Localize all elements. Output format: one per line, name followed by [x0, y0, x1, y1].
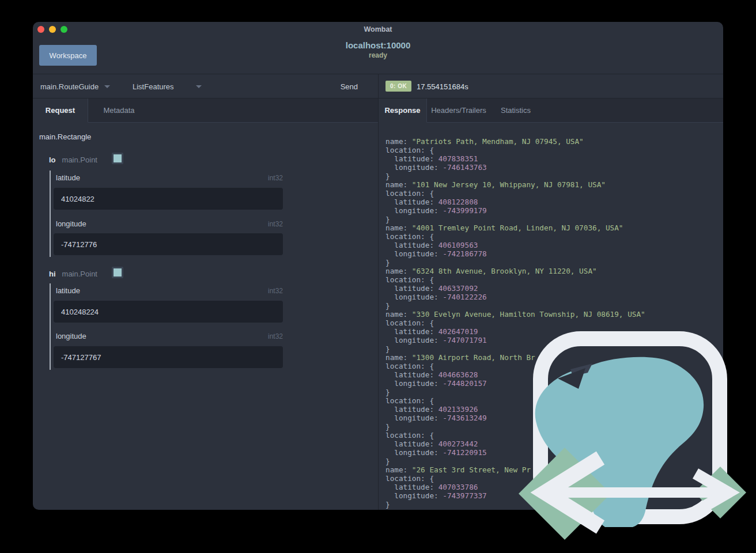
response-line: name: "Patriots Path, Mendham, NJ 07945,…	[385, 137, 645, 146]
response-line: longitude: -746143763	[385, 163, 645, 172]
response-line: name: "26 East 3rd Street, New Pr	[385, 465, 645, 474]
response-line: longitude: -740122226	[385, 293, 645, 301]
service-select[interactable]: main.RouteGuide	[40, 74, 110, 99]
response-line: longitude: -741220915	[385, 448, 645, 457]
response-line: latitude: 402133926	[385, 405, 645, 414]
titlebar: Wombat	[33, 22, 723, 37]
response-line: name: "1300 Airport Road, North Br	[385, 353, 645, 362]
longitude-input-lo[interactable]	[54, 233, 283, 255]
tab-request[interactable]: Request	[33, 99, 88, 123]
latitude-input-hi[interactable]	[54, 301, 283, 323]
response-line: latitude: 400273442	[385, 440, 645, 448]
field-name: lo	[49, 156, 56, 164]
field-type-label: int32	[54, 287, 283, 295]
app-header: Workspace localhost:10000 ready	[33, 37, 723, 74]
message-type-label: main.Rectangle	[39, 132, 91, 141]
tab-headers-trailers[interactable]: Headers/Trailers	[427, 99, 490, 123]
field-toggle-lo[interactable]	[112, 153, 123, 164]
status-badge: 0: OK	[385, 81, 411, 92]
field-type-label: int32	[54, 332, 283, 340]
field-row-lo: lo main.Point	[49, 154, 97, 165]
response-line: }	[385, 301, 645, 310]
method-select-label: ListFeatures	[133, 82, 174, 91]
response-line: location: {	[385, 474, 645, 483]
response-line: location: {	[385, 189, 645, 198]
tab-statistics[interactable]: Statistics	[490, 99, 541, 123]
response-view: name: "Patriots Path, Mendham, NJ 07945,…	[379, 123, 723, 510]
response-line: longitude: -743613249	[385, 414, 645, 422]
response-line: latitude: 407838351	[385, 154, 645, 163]
method-select[interactable]: ListFeatures	[133, 74, 202, 99]
response-line: }	[385, 500, 645, 509]
chevron-down-icon	[196, 85, 202, 88]
request-panel: Request Metadata main.Rectangle lo main.…	[33, 99, 378, 510]
response-line: }	[385, 258, 645, 267]
server-info: localhost:10000 ready	[33, 40, 723, 59]
response-line: name: "4001 Tremley Point Road, Linden, …	[385, 224, 645, 232]
response-panel: Response Headers/Trailers Statistics nam…	[379, 99, 723, 510]
service-select-label: main.RouteGuide	[40, 82, 99, 91]
response-line: latitude: 408122808	[385, 198, 645, 206]
request-tabstrip: Request Metadata	[33, 99, 378, 123]
response-line: }	[385, 457, 645, 465]
tab-metadata[interactable]: Metadata	[88, 99, 150, 123]
response-line: }	[385, 172, 645, 180]
response-line: longitude: -743977337	[385, 491, 645, 500]
response-line: name: "6324 8th Avenue, Brooklyn, NY 112…	[385, 267, 645, 275]
field-type-label: int32	[54, 220, 283, 228]
response-line: latitude: 407033786	[385, 483, 645, 491]
response-line: latitude: 406109563	[385, 241, 645, 249]
tab-response[interactable]: Response	[379, 99, 427, 123]
response-line: longitude: -744820157	[385, 379, 645, 388]
response-line: location: {	[385, 146, 645, 154]
response-line: longitude: -743999179	[385, 206, 645, 215]
response-line: location: {	[385, 396, 645, 405]
field-name: hi	[49, 270, 56, 278]
response-body: name: "Patriots Path, Mendham, NJ 07945,…	[385, 137, 645, 509]
screen: Wombat Workspace localhost:10000 ready m…	[0, 0, 756, 553]
toolbar-left: main.RouteGuide ListFeatures Send	[33, 74, 378, 99]
response-line: name: "330 Evelyn Avenue, Hamilton Towns…	[385, 310, 645, 319]
response-line: latitude: 404663628	[385, 370, 645, 379]
response-line: }	[385, 388, 645, 396]
response-line: location: {	[385, 362, 645, 370]
field-type: main.Point	[62, 156, 97, 164]
response-line: longitude: -747071791	[385, 336, 645, 344]
response-line: location: {	[385, 232, 645, 241]
field-type-label: int32	[54, 174, 283, 182]
response-line: latitude: 402647019	[385, 327, 645, 336]
server-address: localhost:10000	[33, 40, 723, 50]
response-line: longitude: -742186778	[385, 249, 645, 258]
longitude-input-hi[interactable]	[54, 346, 283, 368]
response-line: location: {	[385, 431, 645, 440]
response-line: location: {	[385, 275, 645, 284]
send-button[interactable]: Send	[341, 74, 358, 99]
nesting-line	[50, 283, 51, 370]
response-line: }	[385, 344, 645, 353]
field-row-hi: hi main.Point	[49, 268, 97, 279]
request-form: main.Rectangle lo main.Point latitude in…	[33, 123, 378, 510]
window-title: Wombat	[33, 25, 723, 33]
response-line: name: "101 New Jersey 10, Whippany, NJ 0…	[385, 180, 645, 189]
toolbar-right: 0: OK 17.554151684s	[379, 74, 723, 99]
server-status: ready	[33, 51, 723, 59]
response-line: latitude: 406337092	[385, 284, 645, 293]
field-toggle-hi[interactable]	[112, 267, 123, 278]
chevron-down-icon	[104, 85, 110, 88]
response-line: }	[385, 422, 645, 431]
response-line: location: {	[385, 319, 645, 327]
nesting-line	[50, 171, 51, 257]
field-type: main.Point	[62, 270, 97, 278]
call-duration: 17.554151684s	[417, 74, 468, 99]
app-window: Wombat Workspace localhost:10000 ready m…	[33, 22, 723, 510]
latitude-input-lo[interactable]	[54, 188, 283, 210]
response-line: }	[385, 215, 645, 224]
response-tabstrip: Response Headers/Trailers Statistics	[379, 99, 723, 123]
